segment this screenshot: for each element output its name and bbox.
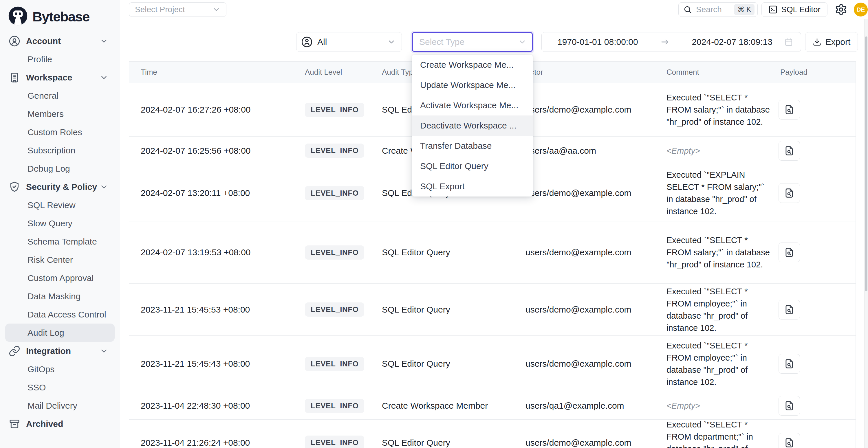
sidebar-item-members[interactable]: Members — [0, 105, 120, 123]
export-button[interactable]: Export — [805, 32, 858, 52]
cell-actor: users/demo@example.com — [526, 188, 666, 198]
sidebar-section-account[interactable]: Account — [0, 32, 120, 50]
chevron-down-icon — [100, 37, 108, 45]
view-payload-button[interactable] — [778, 183, 800, 203]
section-label: Security & Policy — [26, 182, 97, 192]
sidebar-item-debug-log[interactable]: Debug Log — [0, 159, 120, 178]
brand-name: Bytebase — [32, 9, 90, 25]
project-select-value: Select Project — [135, 5, 185, 14]
topbar: Select Project Search ⌘ K SQL Editor DE — [120, 0, 868, 19]
type-filter-placeholder: Select Type — [419, 37, 518, 47]
scrollbar-thumb[interactable] — [865, 36, 867, 291]
view-payload-button[interactable] — [778, 100, 800, 120]
view-payload-button[interactable] — [778, 354, 800, 374]
dropdown-option-update-workspace-member[interactable]: Update Workspace Me... — [412, 75, 533, 95]
col-header-audit-level: Audit Level — [301, 68, 382, 77]
sidebar-item-data-masking[interactable]: Data Masking — [0, 287, 120, 305]
main-area: Select Project Search ⌘ K SQL Editor DE … — [120, 0, 868, 448]
chevron-down-icon — [100, 73, 108, 82]
sidebar-section-integration[interactable]: Integration — [0, 342, 120, 360]
audit-level-badge: LEVEL_INFO — [305, 436, 364, 448]
cell-time: 2023-11-04 22:48:30 +08:00 — [129, 401, 301, 411]
view-payload-button[interactable] — [778, 243, 800, 262]
file-search-icon — [784, 304, 795, 315]
view-payload-button[interactable] — [778, 396, 800, 416]
sidebar-item-data-access-control[interactable]: Data Access Control — [0, 305, 120, 324]
cell-actor: users/demo@example.com — [526, 305, 666, 315]
sql-editor-button[interactable]: SQL Editor — [762, 2, 828, 17]
dropdown-option-sql-editor-query[interactable]: SQL Editor Query — [412, 156, 533, 176]
dropdown-option-deactivate-workspace-member[interactable]: Deactivate Workspace ... — [412, 116, 533, 136]
sidebar-item-custom-roles[interactable]: Custom Roles — [0, 123, 120, 141]
search-placeholder: Search — [696, 5, 734, 14]
sql-editor-label: SQL Editor — [781, 5, 820, 14]
cell-actor: users/demo@example.com — [526, 248, 666, 257]
sidebar-item-general[interactable]: General — [0, 87, 120, 105]
view-payload-button[interactable] — [778, 141, 800, 161]
dropdown-option-transfer-database[interactable]: Transfer Database — [412, 136, 533, 156]
cell-audit-type: Create Workspace Member — [382, 401, 526, 411]
sidebar-item-subscription[interactable]: Subscription — [0, 141, 120, 159]
chevron-down-icon — [518, 38, 527, 46]
arrow-right-icon — [660, 37, 670, 47]
table-row: 2023-11-21 15:45:43 +08:00 LEVEL_INFO SQ… — [129, 336, 856, 392]
section-label: Workspace — [26, 73, 72, 83]
avatar[interactable]: DE — [854, 3, 868, 17]
cell-actor: users/demo@example.com — [526, 359, 666, 369]
cell-time: 2023-11-04 21:26:24 +08:00 — [129, 438, 301, 448]
sidebar-item-mail-delivery[interactable]: Mail Delivery — [0, 396, 120, 415]
sidebar-section-security-policy[interactable]: Security & Policy — [0, 178, 120, 196]
audit-level-badge: LEVEL_INFO — [305, 246, 364, 260]
download-icon — [813, 38, 822, 46]
sidebar-item-custom-approval[interactable]: Custom Approval — [0, 269, 120, 287]
sidebar-item-risk-center[interactable]: Risk Center — [0, 251, 120, 269]
dropdown-option-create-workspace-member[interactable]: Create Workspace Me... — [412, 55, 533, 75]
sidebar-item-audit-log[interactable]: Audit Log — [5, 324, 115, 342]
file-search-icon — [784, 145, 795, 156]
calendar-icon — [784, 37, 793, 46]
sidebar-item-sso[interactable]: SSO — [0, 378, 120, 396]
table-row: 2023-11-04 21:26:24 +08:00 LEVEL_INFO SQ… — [129, 420, 856, 448]
file-search-icon — [784, 104, 795, 115]
sidebar-item-gitops[interactable]: GitOps — [0, 360, 120, 378]
gear-icon[interactable] — [835, 3, 847, 16]
date-from: 1970-01-01 08:00:00 — [557, 37, 638, 47]
sidebar-section-workspace[interactable]: Workspace — [0, 68, 120, 87]
sidebar-item-schema-template[interactable]: Schema Template — [0, 232, 120, 251]
sidebar-item-slow-query[interactable]: Slow Query — [0, 214, 120, 232]
col-header-comment: Comment — [666, 68, 770, 77]
cell-comment: Executed `"SELECT * FROM department;"` i… — [666, 418, 770, 448]
view-payload-button[interactable] — [778, 300, 800, 320]
vertical-scrollbar[interactable] — [864, 19, 868, 448]
file-search-icon — [784, 188, 795, 198]
chevron-down-icon — [212, 5, 220, 13]
audit-level-badge: LEVEL_INFO — [305, 143, 364, 158]
shield-check-icon — [9, 181, 20, 193]
sidebar-section-archived[interactable]: Archived — [0, 415, 120, 433]
search-icon — [683, 5, 692, 14]
bytebase-logo-icon — [7, 5, 28, 28]
dropdown-option-activate-workspace-member[interactable]: Activate Workspace Me... — [412, 95, 533, 116]
chevron-down-icon — [387, 38, 396, 46]
cell-comment: Executed `"SELECT * FROM salary;"` in da… — [666, 91, 770, 128]
audit-level-badge: LEVEL_INFO — [305, 399, 364, 413]
table-row: 2023-11-21 15:45:53 +08:00 LEVEL_INFO SQ… — [129, 284, 856, 336]
link-icon — [9, 345, 20, 357]
type-filter-select[interactable]: Select Type — [412, 32, 533, 52]
view-payload-button[interactable] — [778, 433, 800, 448]
bytebase-logo[interactable]: Bytebase — [0, 0, 120, 29]
chevron-down-icon — [100, 347, 108, 355]
project-select[interactable]: Select Project — [129, 2, 226, 17]
actor-filter-select[interactable]: All — [296, 32, 402, 52]
search-input[interactable]: Search ⌘ K — [678, 2, 758, 17]
sidebar-item-profile[interactable]: Profile — [0, 50, 120, 68]
user-circle-icon — [301, 36, 313, 48]
date-to: 2024-02-07 18:09:13 — [692, 37, 772, 47]
sidebar: Bytebase Account Profile Workspace Gener… — [0, 0, 120, 448]
sidebar-item-sql-review[interactable]: SQL Review — [0, 196, 120, 214]
date-range-picker[interactable]: 1970-01-01 08:00:00 2024-02-07 18:09:13 — [541, 32, 801, 52]
terminal-icon — [768, 5, 778, 14]
dropdown-option-sql-export[interactable]: SQL Export — [412, 176, 533, 196]
cell-audit-type: SQL Editor Query — [382, 248, 526, 257]
cell-comment-empty: <Empty> — [666, 145, 770, 157]
